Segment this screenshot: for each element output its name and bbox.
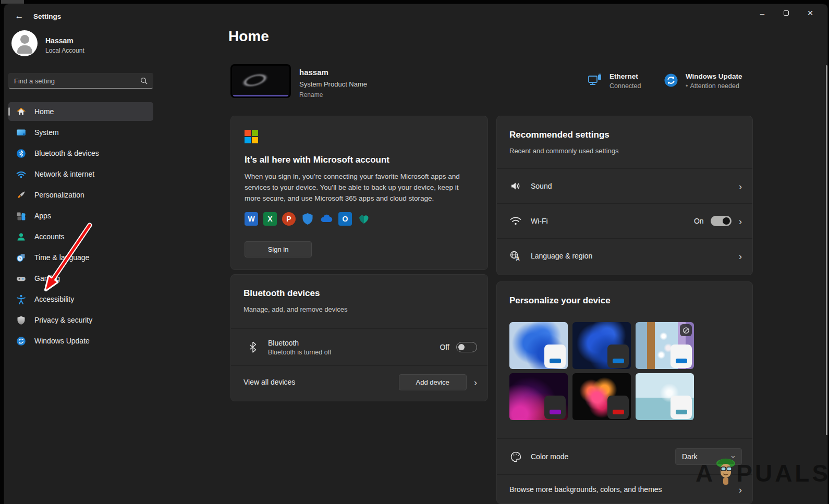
sidebar-item-label: Accessibility [34, 295, 74, 303]
sidebar-item-home[interactable]: Home [8, 102, 153, 121]
windows-update-status[interactable]: Windows Update •Attention needed [663, 72, 742, 90]
language-region-row[interactable]: A Language & region › [497, 239, 752, 273]
vertical-scrollbar[interactable] [826, 65, 827, 435]
personalization-icon [16, 190, 27, 201]
bluetooth-devices-card: Bluetooth devices Manage, add, and remov… [230, 274, 488, 401]
sidebar-item-windows-update[interactable]: Windows Update [8, 331, 153, 350]
family-safety-icon [357, 212, 371, 226]
bluetooth-toggle-row[interactable]: Bluetooth Bluetooth is turned off Off [231, 329, 487, 365]
sign-in-button[interactable]: Sign in [245, 241, 312, 257]
wifi-icon [509, 216, 522, 226]
word-icon: W [245, 212, 258, 226]
onedrive-icon [320, 212, 333, 226]
windows-update-subtitle: •Attention needed [686, 82, 742, 90]
ethernet-status[interactable]: Ethernet Connected [587, 72, 641, 90]
selected-pill [8, 107, 10, 116]
chevron-right-icon: › [739, 251, 742, 261]
privacy-icon [16, 315, 27, 326]
sidebar-item-label: Time & language [34, 253, 89, 262]
window-title: Settings [33, 13, 61, 20]
sidebar-item-label: Accounts [34, 232, 65, 241]
theme-tile-windows-light[interactable] [509, 322, 568, 369]
apps-icon [16, 211, 27, 222]
search-input[interactable] [14, 77, 140, 85]
bluetooth-toggle-state: Off [440, 343, 449, 351]
sidebar-item-bluetooth-devices[interactable]: Bluetooth & devices [8, 144, 153, 163]
rename-link[interactable]: Rename [299, 91, 323, 99]
recommended-settings-card: Recommended settings Recent and commonly… [496, 116, 753, 275]
wifi-row[interactable]: Wi-Fi On › [497, 204, 752, 238]
browse-themes-label: Browse more backgrounds, colors, and the… [509, 485, 662, 494]
windows-update-status-icon [663, 72, 679, 88]
windows-update-icon [16, 336, 27, 347]
sidebar-item-label: Personalization [34, 191, 84, 199]
sound-row[interactable]: Sound › [497, 169, 752, 203]
recommended-subtitle: Recent and commonly used settings [509, 147, 740, 155]
sidebar-item-label: Apps [34, 212, 51, 220]
theme-tile-spring-collage[interactable] [636, 322, 694, 369]
ms-card-body: When you sign in, you’re connecting your… [245, 171, 473, 204]
sidebar-item-time-language[interactable]: Time & language [8, 248, 153, 267]
bluetooth-toggle[interactable] [456, 342, 477, 352]
settings-window: ← Settings – × Hassam Local Account Home… [4, 4, 827, 504]
appuals-watermark: A PUALS [696, 458, 827, 489]
ethernet-subtitle: Connected [609, 82, 641, 90]
sidebar-item-label: System [34, 128, 59, 137]
attention-dot: • [686, 82, 688, 90]
add-device-button[interactable]: Add device [399, 374, 467, 390]
wifi-toggle[interactable] [711, 216, 732, 226]
windows-update-title: Windows Update [686, 72, 742, 80]
unavailable-badge-icon [680, 324, 692, 336]
chevron-right-icon: › [739, 216, 742, 226]
ethernet-icon [587, 72, 603, 88]
sidebar-item-label: Privacy & security [34, 316, 92, 324]
maximize-button[interactable] [774, 4, 798, 22]
svg-text:A: A [516, 256, 520, 262]
chevron-right-icon: › [739, 181, 742, 191]
device-model: System Product Name [299, 80, 367, 88]
sidebar-item-privacy-security[interactable]: Privacy & security [8, 311, 153, 329]
bluetooth-row-label: Bluetooth [268, 339, 331, 347]
search-box[interactable] [8, 73, 153, 89]
sidebar-item-network-internet[interactable]: Network & internet [8, 165, 153, 183]
palette-icon [509, 451, 522, 463]
page-title: Home [228, 28, 269, 45]
sidebar-item-gaming[interactable]: Gaming [8, 269, 153, 288]
user-account-type: Local Account [45, 47, 84, 54]
system-icon [16, 127, 27, 138]
bluetooth-icon [16, 148, 27, 159]
bluetooth-card-title: Bluetooth devices [243, 288, 475, 299]
sidebar-item-accessibility[interactable]: Accessibility [8, 290, 153, 309]
device-thumbnail[interactable] [230, 64, 291, 98]
language-region-label: Language & region [531, 252, 592, 260]
sidebar-item-label: Bluetooth & devices [34, 149, 99, 157]
accounts-icon [16, 231, 27, 242]
microsoft-account-card: It’s all here with Microsoft account Whe… [230, 116, 488, 270]
sidebar-item-apps[interactable]: Apps [8, 206, 153, 225]
view-all-devices-row[interactable]: View all devices Add device › [231, 366, 487, 398]
minimize-button[interactable]: – [750, 4, 774, 22]
sidebar-item-system[interactable]: System [8, 123, 153, 142]
back-button[interactable]: ← [10, 8, 28, 24]
language-icon: A [509, 250, 522, 262]
theme-tile-bloom-flower[interactable] [572, 373, 631, 420]
avatar[interactable] [11, 30, 38, 56]
theme-tile-windows-dark[interactable] [572, 322, 631, 369]
sidebar-item-label: Home [34, 107, 54, 116]
outlook-icon: O [338, 212, 352, 226]
device-name: hassam [299, 68, 328, 77]
personalize-title: Personalize your device [509, 296, 740, 306]
close-button[interactable]: × [798, 4, 822, 22]
view-all-devices-label: View all devices [243, 378, 295, 386]
sidebar-item-accounts[interactable]: Accounts [8, 227, 153, 246]
theme-tiles [509, 322, 752, 420]
sidebar-item-label: Network & internet [34, 170, 94, 178]
sidebar-item-personalization[interactable]: Personalization [8, 186, 153, 204]
wifi-toggle-state: On [694, 217, 704, 225]
theme-tile-purple-glow[interactable] [509, 373, 568, 420]
user-name: Hassam [45, 36, 74, 45]
powerpoint-icon: P [282, 212, 296, 226]
theme-tile-calm-lake[interactable] [636, 373, 694, 420]
ms-app-icons: W X P O [245, 212, 474, 226]
wifi-label: Wi-Fi [531, 217, 548, 225]
